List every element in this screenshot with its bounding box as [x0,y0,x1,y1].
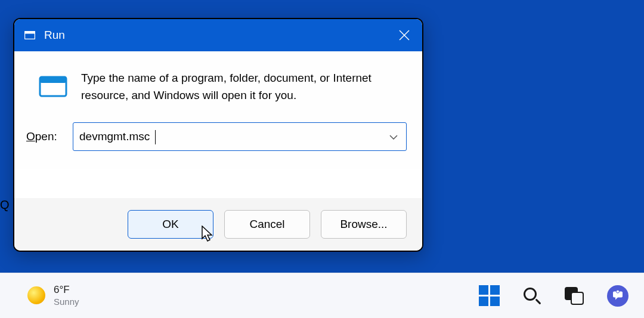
windows-logo-icon [479,285,500,306]
weather-temperature: 6°F [54,284,79,296]
open-row: Open: [14,122,422,169]
text-caret [155,130,156,144]
weather-sun-icon [27,286,45,304]
task-view-button[interactable] [563,284,587,308]
taskbar-icons [477,284,630,308]
taskbar: 6°F Sunny [0,273,644,318]
chat-button[interactable] [606,284,630,308]
instruction-text: Type the name of a program, folder, docu… [81,69,407,104]
svg-point-10 [617,290,620,293]
task-view-icon [565,287,585,305]
search-button[interactable] [520,284,544,308]
open-input[interactable] [79,130,387,143]
svg-rect-6 [41,83,65,95]
open-combobox[interactable] [73,122,407,151]
svg-marker-9 [615,297,618,300]
run-titlebar-icon [24,29,36,41]
chevron-down-icon[interactable] [387,132,400,141]
chat-icon [607,285,628,307]
cancel-button[interactable]: Cancel [224,210,310,239]
run-program-icon [38,72,68,101]
weather-widget[interactable]: 6°F Sunny [27,284,79,307]
weather-condition: Sunny [54,297,79,307]
svg-rect-1 [25,32,35,34]
dialog-title: Run [44,29,65,42]
open-label: Open: [26,130,63,143]
desktop-text-fragment: Q [0,198,10,212]
browse-button[interactable]: Browse... [321,210,407,239]
dialog-body: Type the name of a program, folder, docu… [14,51,422,122]
svg-rect-5 [40,77,66,83]
start-button[interactable] [477,284,501,308]
ok-button[interactable]: OK [128,210,213,239]
dialog-footer: OK Cancel Browse... [14,198,422,251]
close-button[interactable] [396,27,413,44]
search-icon [522,286,541,305]
run-dialog: Run Type the name of a program, folder, … [13,18,423,252]
titlebar[interactable]: Run [14,19,422,51]
